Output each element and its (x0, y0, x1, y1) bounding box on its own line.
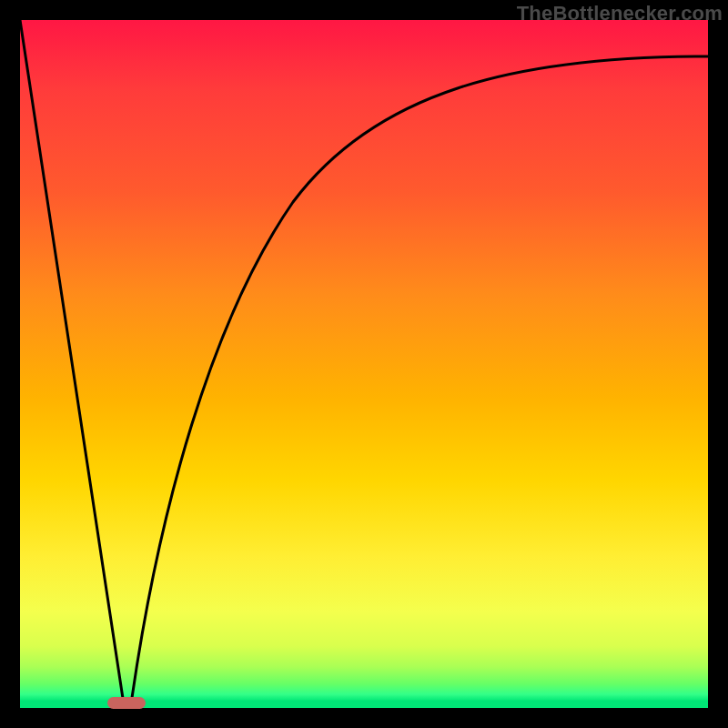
watermark-text: TheBottlenecker.com (517, 2, 723, 25)
curve-right-rise (131, 56, 708, 704)
curve-left-descent (20, 20, 124, 704)
bottleneck-curve (20, 20, 708, 708)
plot-area (20, 20, 708, 708)
valley-marker-pill (107, 697, 146, 709)
